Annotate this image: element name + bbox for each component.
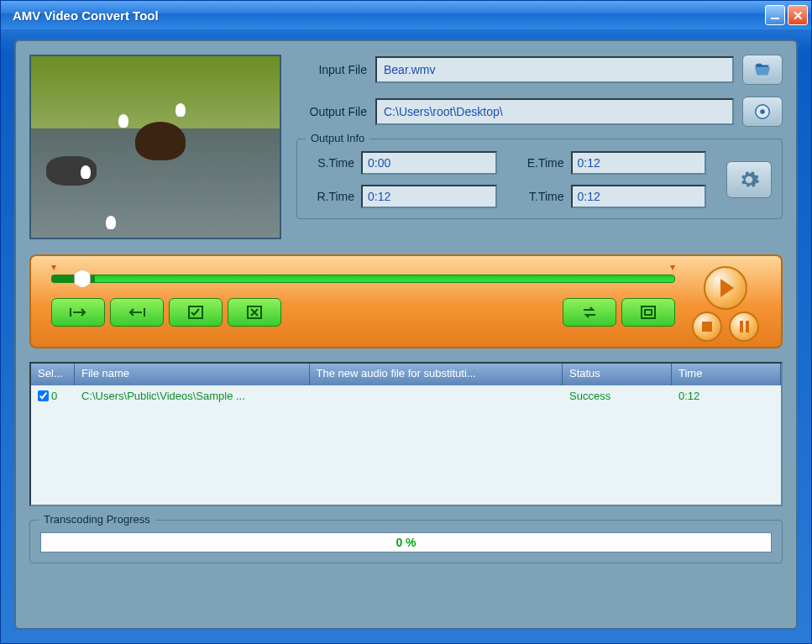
convert-icon bbox=[581, 305, 598, 320]
window-controls: ✕ bbox=[765, 5, 808, 25]
svg-point-1 bbox=[760, 109, 765, 114]
col-select[interactable]: Sel... bbox=[31, 364, 75, 385]
screen-icon bbox=[641, 306, 656, 319]
svg-rect-6 bbox=[642, 306, 655, 318]
stop-icon bbox=[702, 322, 712, 332]
fullscreen-button[interactable] bbox=[621, 298, 675, 327]
gear-icon bbox=[738, 169, 760, 191]
output-info-legend: Output Info bbox=[306, 132, 369, 144]
settings-button[interactable] bbox=[726, 161, 772, 198]
video-preview bbox=[29, 55, 281, 239]
progress-group: Transcoding Progress 0 % bbox=[29, 520, 783, 563]
svg-rect-2 bbox=[70, 308, 71, 317]
deselect-all-button[interactable] bbox=[228, 298, 281, 327]
check-icon bbox=[188, 306, 203, 319]
convert-button[interactable] bbox=[563, 298, 616, 327]
player-panel: ▾ ▾ bbox=[29, 254, 783, 348]
mark-in-icon bbox=[69, 306, 87, 318]
mark-out-button[interactable] bbox=[110, 298, 164, 327]
disc-icon bbox=[752, 102, 773, 121]
r-time-label: R.Time bbox=[307, 190, 354, 203]
close-button[interactable]: ✕ bbox=[788, 5, 808, 25]
row-filename: C:\Users\Public\Videos\Sample ... bbox=[75, 387, 310, 405]
t-time-field[interactable]: 0:12 bbox=[571, 185, 707, 208]
pause-button[interactable] bbox=[729, 312, 759, 342]
col-substitution[interactable]: The new audio file for substituti... bbox=[310, 364, 563, 385]
r-time-field[interactable]: 0:12 bbox=[361, 185, 497, 208]
table-header: Sel... File name The new audio file for … bbox=[31, 364, 781, 385]
client-area: Input File Bear.wmv Output File C:\Users… bbox=[14, 39, 798, 630]
t-time-label: T.Time bbox=[517, 190, 564, 203]
output-info-group: Output Info S.Time 0:00 E.Time 0:12 bbox=[296, 139, 783, 219]
svg-rect-7 bbox=[645, 310, 652, 315]
input-file-field[interactable]: Bear.wmv bbox=[375, 56, 734, 83]
window-title: AMV Video Convert Tool bbox=[13, 8, 159, 23]
marker-end-icon: ▾ bbox=[670, 261, 675, 273]
app-window: AMV Video Convert Tool ✕ Input File Bear… bbox=[0, 0, 812, 644]
progress-bar: 0 % bbox=[40, 532, 772, 552]
row-status: Success bbox=[563, 387, 672, 405]
progress-text: 0 % bbox=[396, 536, 416, 549]
browse-output-button[interactable] bbox=[742, 97, 783, 127]
col-time[interactable]: Time bbox=[672, 364, 781, 385]
row-checkbox[interactable] bbox=[38, 390, 49, 401]
pause-icon bbox=[740, 321, 743, 332]
minimize-button[interactable] bbox=[765, 5, 785, 25]
x-box-icon bbox=[247, 306, 262, 319]
e-time-label: E.Time bbox=[517, 156, 564, 170]
row-index: 0 bbox=[51, 390, 57, 402]
mark-in-button[interactable] bbox=[51, 298, 105, 327]
table-row[interactable]: 0 C:\Users\Public\Videos\Sample ... Succ… bbox=[31, 385, 781, 406]
output-file-label: Output File bbox=[296, 105, 367, 118]
select-all-button[interactable] bbox=[169, 298, 223, 327]
input-file-label: Input File bbox=[296, 63, 367, 76]
folder-open-icon bbox=[752, 60, 773, 79]
svg-rect-3 bbox=[144, 308, 145, 317]
play-icon bbox=[720, 279, 734, 297]
mark-out-icon bbox=[128, 306, 146, 318]
col-status[interactable]: Status bbox=[563, 364, 672, 385]
play-button[interactable] bbox=[704, 266, 747, 310]
col-filename[interactable]: File name bbox=[75, 364, 310, 385]
file-table: Sel... File name The new audio file for … bbox=[29, 362, 783, 506]
marker-start-icon: ▾ bbox=[51, 261, 56, 273]
s-time-label: S.Time bbox=[307, 156, 354, 170]
row-substitution bbox=[310, 393, 563, 398]
timeline-slider[interactable]: ▾ ▾ bbox=[51, 264, 675, 290]
s-time-field[interactable]: 0:00 bbox=[361, 151, 497, 175]
output-file-field[interactable]: C:\Users\root\Desktop\ bbox=[375, 98, 734, 125]
e-time-field[interactable]: 0:12 bbox=[571, 151, 707, 175]
browse-input-button[interactable] bbox=[742, 55, 783, 85]
titlebar: AMV Video Convert Tool ✕ bbox=[1, 1, 811, 29]
row-time: 0:12 bbox=[672, 387, 781, 405]
stop-button[interactable] bbox=[692, 312, 722, 342]
progress-legend: Transcoding Progress bbox=[39, 513, 155, 526]
